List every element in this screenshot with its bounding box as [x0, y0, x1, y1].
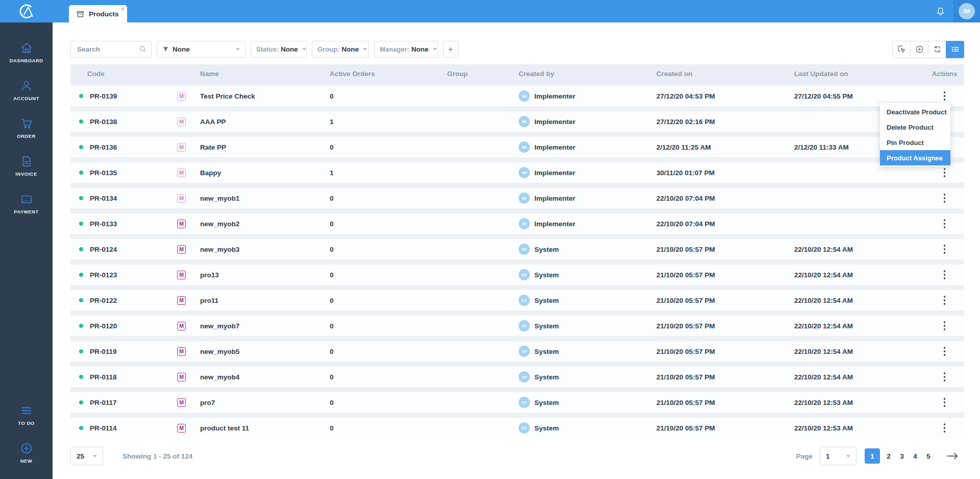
add-filter-button[interactable]: +	[443, 41, 458, 58]
creator-name: Implementer	[534, 220, 575, 228]
main-content: None Status: None Group: None Manager: N…	[53, 22, 980, 479]
cell-active-orders: 0	[322, 297, 439, 304]
table-row[interactable]: PR-0136 M Rate PP 0 IM Implementer 2/12/…	[70, 137, 964, 157]
select-mode-button[interactable]	[892, 41, 911, 58]
product-code: PR-0135	[90, 169, 117, 177]
product-name: pro13	[200, 271, 219, 279]
table-row[interactable]: PR-0117 M pro7 0 SY System 21/10/20 05:5…	[70, 392, 964, 413]
app-logo[interactable]	[0, 0, 53, 22]
tab-products[interactable]: Products ×	[69, 5, 127, 22]
manager-label: Manager:	[380, 45, 409, 53]
table-row[interactable]: PR-0114 M product test 11 0 SY System 21…	[70, 418, 964, 438]
user-menu[interactable]: IM	[953, 0, 980, 22]
creator-name: Implementer	[534, 195, 575, 202]
table-row[interactable]: PR-0138 M AAA PP 1 IM Implementer 27/12/…	[70, 111, 964, 132]
pagination-bar: 25 Showing 1 - 25 of 124 Page 1 1 2 3 4 …	[70, 438, 964, 474]
table-row[interactable]: PR-0118 M new_myob4 0 SY System 21/10/20…	[70, 367, 964, 387]
cell-actions	[924, 165, 964, 180]
row-actions-kebab-icon[interactable]	[940, 165, 949, 180]
cart-icon	[20, 117, 33, 130]
status-dot	[79, 375, 83, 379]
table-row[interactable]: PR-0139 M Test Price Check 0 IM Implemen…	[70, 86, 964, 106]
menu-item-delete-product[interactable]: Delete Product	[880, 119, 950, 135]
page-button-3[interactable]: 3	[895, 448, 909, 464]
cell-created-on: 27/12/20 02:16 PM	[648, 118, 786, 126]
sidebar-item-payment[interactable]: PAYMENT	[0, 185, 53, 223]
row-actions-kebab-icon[interactable]	[940, 370, 949, 384]
sidebar-item-invoice[interactable]: INVOICE	[0, 147, 53, 185]
page-button-5[interactable]: 5	[922, 448, 935, 464]
table-row[interactable]: PR-0123 M pro13 0 SY System 21/10/20 05:…	[70, 265, 964, 285]
list-view-button[interactable]	[946, 41, 964, 58]
cell-code: PR-0138	[70, 118, 168, 126]
bell-icon	[935, 6, 946, 17]
creator-name: System	[534, 271, 559, 279]
cell-active-orders: 0	[322, 246, 439, 253]
row-actions-kebab-icon[interactable]	[940, 217, 949, 231]
page-number-select[interactable]: 1	[820, 447, 856, 465]
product-type-badge: M	[177, 220, 186, 228]
manager-dropdown[interactable]: Manager: None	[374, 41, 438, 58]
cell-active-orders: 0	[322, 92, 439, 100]
row-actions-kebab-icon[interactable]	[940, 344, 949, 358]
sidebar-item-order[interactable]: ORDER	[0, 109, 53, 147]
status-value: None	[281, 45, 298, 53]
group-dropdown[interactable]: Group: None	[312, 41, 369, 58]
page-button-4[interactable]: 4	[909, 448, 922, 464]
row-actions-kebab-icon[interactable]	[940, 395, 949, 410]
table-row[interactable]: PR-0124 M new_myob3 0 SY System 21/10/20…	[70, 239, 964, 259]
row-actions-kebab-icon[interactable]	[940, 191, 949, 205]
tab-strip: Products ×	[53, 0, 927, 22]
menu-item-product-assignee[interactable]: Product Assignee	[880, 150, 950, 165]
cursor-select-icon	[897, 44, 906, 54]
sidebar-item-new[interactable]: NEW	[0, 434, 53, 472]
creator-name: Implementer	[534, 92, 575, 100]
creator-avatar: IM	[519, 193, 530, 204]
status-dot	[79, 171, 83, 175]
page-label: Page	[796, 452, 813, 460]
table-row[interactable]: PR-0134 M new_myob1 0 IM Implementer 22/…	[70, 188, 964, 208]
cell-active-orders: 0	[322, 271, 439, 279]
product-code: PR-0133	[90, 220, 117, 228]
refresh-button[interactable]	[928, 41, 946, 58]
status-dot	[79, 273, 83, 277]
table-row[interactable]: PR-0122 M pro11 0 SY System 21/10/20 05:…	[70, 290, 964, 310]
product-name: AAA PP	[200, 118, 226, 126]
add-record-button[interactable]	[910, 41, 928, 58]
filter-dropdown[interactable]: None	[157, 41, 246, 58]
row-actions-kebab-icon[interactable]	[940, 293, 949, 307]
sidebar-item-account[interactable]: ACCOUNT	[0, 71, 53, 109]
cell-actions	[924, 89, 964, 103]
cell-created-on: 21/10/20 05:57 PM	[648, 246, 786, 253]
creator-avatar: SY	[519, 422, 530, 434]
status-dropdown[interactable]: Status: None	[251, 41, 307, 58]
row-actions-kebab-icon[interactable]	[940, 242, 949, 256]
sidebar-item-todo[interactable]: TO DO	[0, 396, 53, 434]
tab-close-icon[interactable]: ×	[120, 6, 125, 12]
row-actions-kebab-icon[interactable]	[940, 421, 949, 435]
table-row[interactable]: PR-0133 M new_myob2 0 IM Implementer 22/…	[70, 213, 964, 234]
page-button-2[interactable]: 2	[882, 448, 895, 464]
next-page-button[interactable]	[943, 448, 962, 464]
cell-created-by: SY System	[510, 346, 648, 357]
cell-name: M pro11	[168, 296, 322, 305]
table-row[interactable]: PR-0135 M Bappy 1 IM Implementer 30/11/2…	[70, 162, 964, 183]
page-size-select[interactable]: 25	[70, 447, 103, 465]
row-actions-kebab-icon[interactable]	[940, 268, 949, 282]
column-header-code: Code	[70, 70, 168, 78]
table-row[interactable]: PR-0119 M new_myob5 0 SY System 21/10/20…	[70, 341, 964, 362]
product-type-badge: M	[177, 398, 186, 407]
row-actions-kebab-icon[interactable]	[940, 89, 949, 103]
row-actions-kebab-icon[interactable]	[940, 319, 949, 333]
column-header-last-updated: Last Updated on	[786, 70, 924, 78]
notifications-button[interactable]	[927, 0, 953, 22]
creator-avatar: IM	[519, 167, 530, 178]
page-button-1[interactable]: 1	[865, 448, 880, 464]
cell-code: PR-0118	[70, 373, 168, 381]
table-row[interactable]: PR-0120 M new_myob7 0 SY System 21/10/20…	[70, 316, 964, 336]
menu-item-pin-product[interactable]: Pin Product	[880, 135, 950, 150]
creator-name: Implementer	[534, 169, 575, 177]
sidebar-item-dashboard[interactable]: DASHBOARD	[0, 34, 53, 71]
menu-item-deactivate-product[interactable]: Deactivate Product	[880, 104, 950, 119]
cell-actions	[924, 395, 964, 410]
